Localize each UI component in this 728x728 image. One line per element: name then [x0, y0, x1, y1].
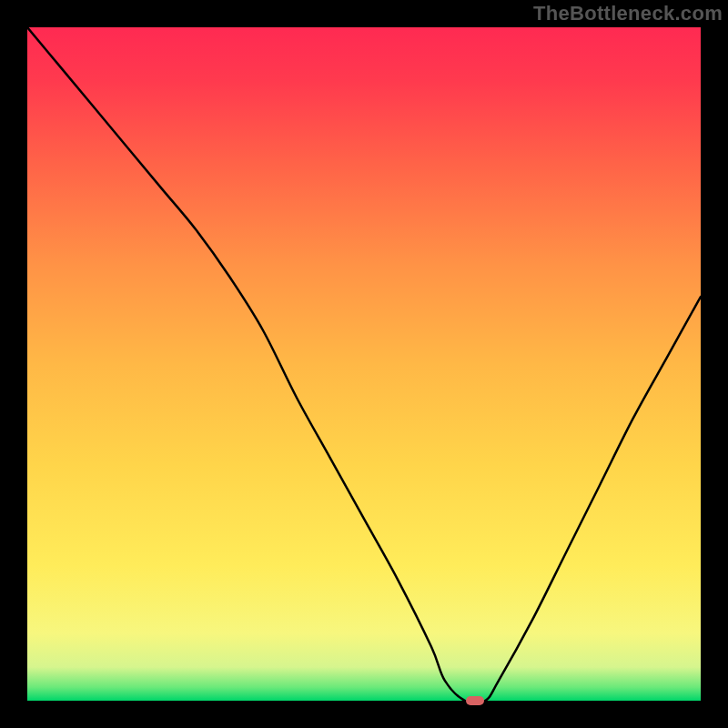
gradient-background [27, 27, 701, 701]
bottleneck-chart [27, 27, 701, 701]
chart-frame: TheBottleneck.com [0, 0, 728, 728]
watermark-text: TheBottleneck.com [533, 2, 723, 25]
plot-area [27, 27, 701, 701]
